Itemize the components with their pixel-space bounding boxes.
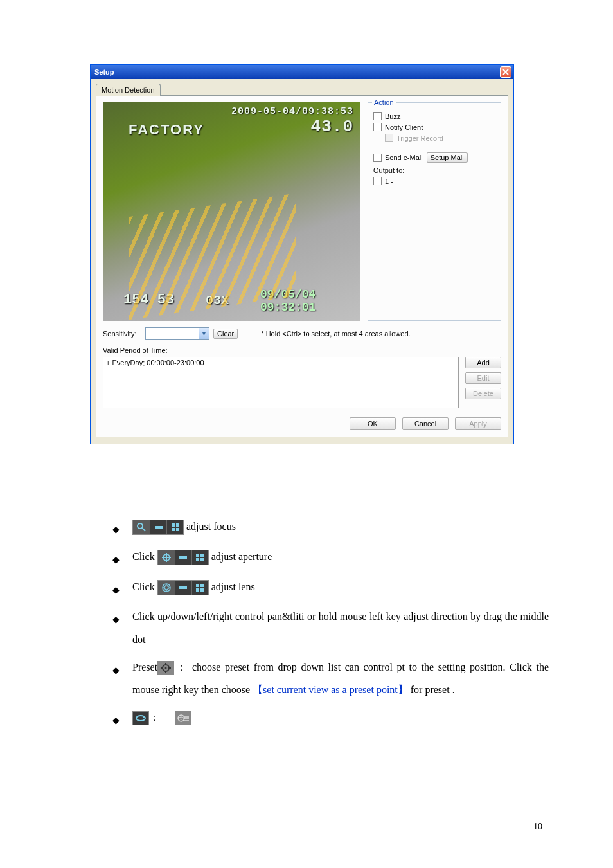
valid-period-list[interactable]: + EveryDay; 00:00:00-23:00:00 — [103, 357, 459, 408]
bullet-icon: ◆ — [112, 711, 120, 731]
plus-icon — [191, 550, 208, 565]
focus-icon-strip — [132, 520, 184, 535]
svg-rect-16 — [179, 586, 187, 589]
bullet-3-pre: Click — [132, 581, 155, 592]
svg-rect-4 — [176, 523, 179, 527]
action-group: Action Buzz Notify Client Trigger Record — [368, 102, 501, 321]
svg-rect-6 — [176, 528, 179, 531]
osd-date2: 09/05/04 — [260, 289, 315, 302]
svg-rect-19 — [196, 588, 199, 592]
send-email-label: Send e-Mail — [385, 154, 423, 161]
bullet-5-pre: Preset — [132, 662, 157, 673]
close-icon[interactable] — [500, 66, 511, 78]
bullet-4-text: Click up/down/left/right control pan&tli… — [132, 605, 549, 650]
svg-rect-3 — [172, 523, 175, 527]
svg-rect-18 — [200, 584, 204, 587]
osd-zoom: 03X — [206, 293, 229, 308]
buzz-label: Buzz — [385, 113, 400, 120]
setup-dialog: Setup Motion Detection 2009-05-04/09:38:… — [90, 64, 514, 444]
minus-icon — [175, 550, 191, 565]
document-body: ◆ adjust focus — [112, 515, 549, 731]
title-bar: Setup — [91, 65, 513, 79]
magnify-icon — [133, 520, 150, 534]
lens-icon-strip — [157, 580, 209, 595]
apply-button: Apply — [455, 417, 501, 430]
sensitivity-select[interactable]: ▼ — [145, 327, 209, 340]
output-1-label: 1 - — [385, 177, 393, 185]
svg-rect-5 — [172, 528, 175, 531]
svg-rect-2 — [155, 526, 163, 529]
svg-point-0 — [138, 523, 143, 529]
globe-scan-icon — [175, 711, 191, 725]
svg-point-15 — [163, 584, 170, 592]
svg-line-1 — [142, 528, 145, 531]
chevron-down-icon: ▼ — [199, 328, 209, 339]
camera-preview[interactable]: 2009-05-04/09:38:53 43.0 FACTORY 154 53 … — [103, 102, 360, 321]
osd-time2: 09:32:01 — [260, 302, 315, 314]
send-email-checkbox[interactable]: Send e-Mail — [373, 154, 423, 162]
aperture-icon-strip — [157, 550, 209, 565]
bullet-3-tail: adjust lens — [209, 581, 255, 592]
bullet-6-colon: ： — [149, 712, 159, 723]
svg-point-28 — [178, 715, 184, 721]
bullet-icon: ◆ — [112, 550, 120, 570]
svg-rect-14 — [200, 558, 204, 561]
sensitivity-label: Sensitivity: — [103, 330, 141, 338]
add-button[interactable]: Add — [465, 357, 501, 368]
svg-rect-17 — [196, 584, 199, 587]
bullet-icon: ◆ — [112, 520, 120, 540]
tour-icon — [132, 711, 149, 725]
bullet-5-link: 【set current view as a preset point】 — [253, 684, 408, 695]
bullet-1-text: adjust focus — [184, 521, 236, 532]
action-legend: Action — [372, 98, 396, 106]
osd-camera-name: FACTORY — [129, 122, 204, 138]
trigger-record-checkbox: Trigger Record — [385, 134, 495, 142]
dialog-title: Setup — [94, 68, 114, 76]
minus-icon — [175, 581, 191, 595]
bullet-icon: ◆ — [112, 610, 120, 630]
bullet-2-pre: Click — [132, 551, 155, 562]
bullet-5-tail: for preset . — [408, 684, 455, 695]
setup-mail-button[interactable]: Setup Mail — [427, 152, 468, 163]
svg-rect-13 — [196, 558, 199, 561]
notify-client-checkbox[interactable]: Notify Client — [373, 123, 495, 131]
valid-period-label: Valid Period of Time: — [103, 347, 501, 354]
edit-button: Edit — [465, 372, 501, 384]
svg-rect-11 — [196, 554, 199, 557]
delete-button: Delete — [465, 388, 501, 399]
preset-target-icon — [157, 661, 174, 675]
bullet-2-tail: adjust aperture — [209, 551, 272, 562]
output-1-checkbox[interactable]: 1 - — [373, 177, 495, 185]
notify-client-label: Notify Client — [385, 123, 423, 131]
svg-point-22 — [165, 667, 167, 669]
osd-timestamp: 2009-05-04/09:38:53 — [231, 106, 353, 117]
list-item[interactable]: + EveryDay; 00:00:00-23:00:00 — [106, 359, 456, 366]
plus-icon — [166, 520, 183, 534]
osd-value: 43.0 — [231, 117, 353, 136]
clear-button[interactable]: Clear — [213, 329, 238, 339]
buzz-checkbox[interactable]: Buzz — [373, 112, 495, 120]
bullet-icon: ◆ — [112, 581, 120, 601]
output-to-label: Output to: — [373, 167, 495, 174]
tab-motion-detection[interactable]: Motion Detection — [96, 84, 161, 96]
ok-button[interactable]: OK — [350, 417, 396, 430]
crosshair-icon — [158, 550, 175, 565]
page-number: 10 — [533, 822, 542, 832]
svg-rect-12 — [200, 554, 204, 557]
osd-bottom-left: 154 53 — [123, 292, 174, 308]
plus-icon — [191, 581, 208, 595]
minus-icon — [150, 520, 166, 534]
iris-icon — [158, 581, 175, 595]
svg-rect-10 — [179, 556, 187, 559]
svg-rect-20 — [200, 588, 204, 592]
cancel-button[interactable]: Cancel — [402, 417, 449, 430]
ctrl-hint: * Hold <Ctrl> to select, at most 4 areas… — [261, 330, 410, 338]
trigger-record-label: Trigger Record — [396, 134, 443, 142]
bullet-icon: ◆ — [112, 661, 120, 681]
